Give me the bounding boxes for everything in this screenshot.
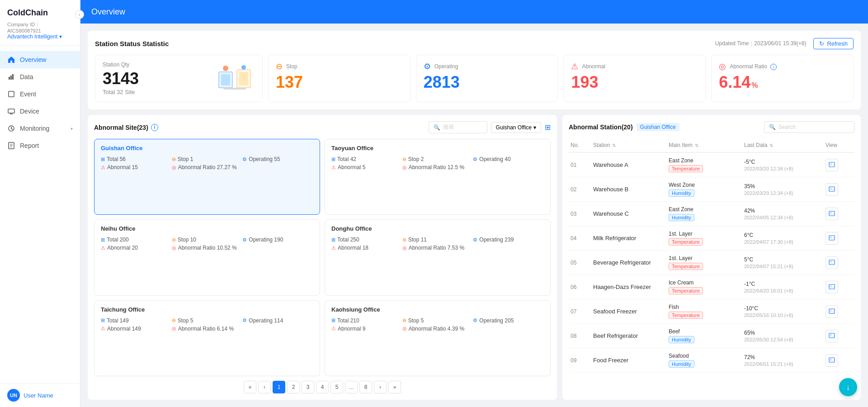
row-last-data: 6°C 2022/04/07 17:30 (+8) — [744, 232, 826, 245]
row-last-data: -1°C 2022/04/20 16:01 (+8) — [744, 281, 826, 293]
view-button[interactable] — [826, 330, 838, 342]
stat-abnormal: ⚠ Abnormal 5 — [331, 164, 402, 170]
sort-item-icon[interactable]: ⇅ — [695, 143, 698, 148]
operating-icon: ⚙ — [473, 317, 477, 323]
chevron-down-icon: ▾ — [533, 124, 536, 131]
station-panel-title: Abnormal Station(20) Guishan Office — [569, 123, 679, 131]
view-button[interactable] — [826, 208, 838, 220]
office-card-0[interactable]: Guishan Office ⊞ Total 56 ⊖ Stop 1 ⚙ Ope… — [94, 139, 320, 215]
stat-total: ⊞ Total 200 — [101, 237, 172, 243]
row-main-item: 1st. Layer Temperature — [669, 231, 744, 246]
row-station: Beverage Refrigerator — [593, 259, 669, 266]
pagination-next[interactable]: › — [374, 381, 387, 393]
sidebar-item-monitoring[interactable]: Monitoring ▾ — [0, 120, 80, 137]
row-main-item: 1st. Layer Temperature — [669, 255, 744, 270]
pagination-page-5[interactable]: 5 — [330, 381, 343, 393]
row-main-item: East Zone Temperature — [669, 157, 744, 172]
view-button[interactable] — [826, 256, 838, 269]
info-icon[interactable]: i — [770, 64, 777, 70]
sort-data-icon[interactable]: ⇅ — [769, 143, 773, 148]
office-card-4[interactable]: Taichung Office ⊞ Total 149 ⊖ Stop 5 ⚙ O… — [94, 300, 320, 376]
row-view — [826, 305, 853, 318]
office-card-2[interactable]: Neihu Office ⊞ Total 200 ⊖ Stop 10 ⚙ Ope… — [94, 219, 320, 295]
topbar: Overview — [80, 0, 868, 24]
sidebar-collapse-button[interactable]: ‹ — [75, 10, 84, 19]
pagination-page-2[interactable]: 2 — [287, 381, 300, 393]
pagination-first[interactable]: « — [244, 381, 256, 393]
stat-operating: ⚙ Operating 55 — [242, 156, 313, 162]
svg-rect-15 — [830, 163, 832, 165]
filter-icon[interactable]: ⊞ — [545, 123, 551, 132]
sidebar-item-overview[interactable]: Overview — [0, 51, 80, 68]
company-name[interactable]: Advantech Intelligent ▾ — [7, 33, 73, 40]
office-card-5[interactable]: Kaohsiung Office ⊞ Total 210 ⊖ Stop 5 ⚙ … — [325, 300, 551, 376]
svg-rect-28 — [830, 263, 834, 263]
stat-card-stop: ⊖ Stop 137 — [268, 55, 410, 102]
view-button[interactable] — [826, 281, 838, 293]
stat-total: ⊞ Total 42 — [331, 156, 402, 162]
row-main-item: Seafood Humidity — [669, 353, 744, 368]
row-last-data: -5°C 2022/03/20 12:34 (+8) — [744, 159, 826, 171]
row-last-data: 5°C 2022/04/07 15:21 (+8) — [744, 256, 826, 269]
operating-icon: ⚙ — [242, 317, 247, 323]
pagination-page-4[interactable]: 4 — [316, 381, 329, 393]
view-button[interactable] — [826, 232, 838, 245]
svg-rect-4 — [8, 109, 14, 113]
pagination-page-1[interactable]: 1 — [273, 381, 285, 393]
pagination-last[interactable]: » — [388, 381, 401, 393]
stat-stop: ⊖ Stop 5 — [172, 317, 243, 324]
refresh-icon: ↻ — [819, 40, 824, 47]
office-filter-select[interactable]: Guishan Office ▾ — [491, 122, 541, 133]
stat-stop: ⊖ Stop 2 — [402, 156, 473, 162]
stop-icon: ⊖ — [172, 237, 176, 243]
sidebar-item-data[interactable]: Data — [0, 68, 80, 85]
row-main-item: East Zone Humidity — [669, 206, 744, 221]
view-button[interactable] — [826, 159, 838, 171]
pagination-page-8[interactable]: 8 — [359, 381, 372, 393]
app-logo: ColdChain — [7, 8, 73, 18]
download-button[interactable]: ↓ — [839, 378, 857, 396]
updated-time: Updated Time：2023/06/01 15:39(+8) — [715, 40, 807, 47]
station-search-box[interactable]: 🔍 Search — [764, 121, 854, 133]
sort-station-icon[interactable]: ⇅ — [612, 143, 616, 148]
office-card-3[interactable]: Donghu Office ⊞ Total 250 ⊖ Stop 11 ⚙ Op… — [325, 219, 551, 295]
avatar: UN — [7, 389, 20, 402]
svg-rect-37 — [830, 336, 834, 336]
username[interactable]: User Name — [24, 392, 53, 399]
row-station: Beef Refrigerator — [593, 332, 669, 339]
view-button[interactable] — [826, 354, 838, 367]
refresh-button[interactable]: ↻ Refresh — [813, 38, 854, 49]
search-icon: 🔍 — [769, 124, 776, 130]
pagination-page-3[interactable]: 3 — [302, 381, 314, 393]
table-row: 01 Warehouse A East Zone Temperature -5°… — [569, 153, 854, 177]
row-station: Milk Refrigerator — [593, 235, 669, 241]
operating-icon: ⚙ — [424, 62, 431, 71]
pagination-prev[interactable]: ‹ — [258, 381, 271, 393]
stop-icon: ⊖ — [172, 156, 176, 162]
stat-label-qty: Station Qty — [103, 62, 139, 68]
stat-operating: ⚙ Operating 205 — [473, 317, 544, 324]
stat-operating: ⚙ Operating 40 — [473, 156, 544, 162]
grid-icon: ⊞ — [101, 156, 105, 162]
stat-label-stop: Stop — [286, 63, 297, 70]
grid-icon: ⊞ — [101, 317, 105, 323]
info-icon[interactable]: i — [151, 124, 158, 131]
abnormal-icon: ⚠ — [101, 326, 105, 331]
row-view — [826, 232, 853, 245]
sidebar-item-label: Device — [20, 108, 39, 115]
stat-total: ⊞ Total 149 — [101, 317, 172, 324]
row-no: 06 — [571, 284, 593, 290]
row-main-item: West Zone Humidity — [669, 182, 744, 197]
sidebar-item-event[interactable]: Event — [0, 85, 80, 103]
sidebar-item-report[interactable]: Report — [0, 137, 80, 154]
view-button[interactable] — [826, 183, 838, 196]
stat-label-ratio: Abnormal Ratio i — [730, 63, 777, 70]
view-button[interactable] — [826, 305, 838, 318]
site-search-box[interactable]: 🔍 搜尋 — [429, 121, 487, 133]
office-card-1[interactable]: Taoyuan Office ⊞ Total 42 ⊖ Stop 2 ⚙ Ope… — [325, 139, 551, 215]
stop-icon: ⊖ — [402, 317, 406, 323]
office-stats: ⊞ Total 200 ⊖ Stop 10 ⚙ Operating 190 ⚠ … — [101, 237, 313, 251]
stat-sub-qty: Total 32 Site — [103, 89, 139, 95]
sidebar-item-device[interactable]: Device — [0, 103, 80, 120]
ratio-icon: ◎ — [402, 326, 407, 331]
